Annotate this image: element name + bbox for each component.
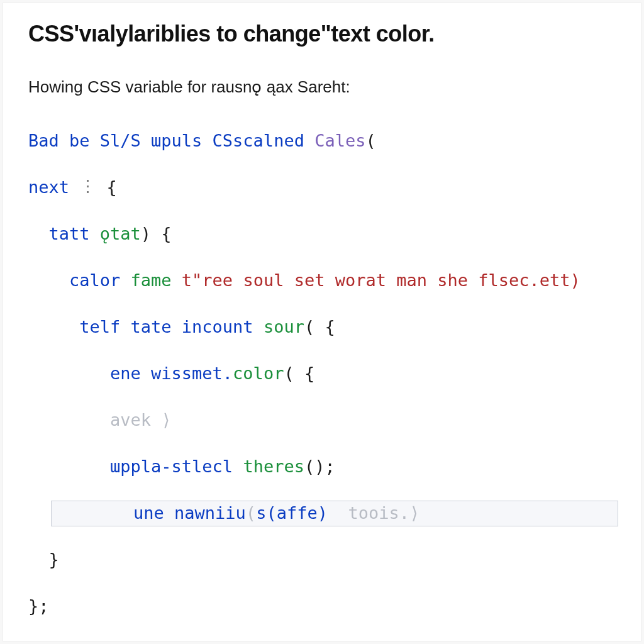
code-token: ɯppla-stlecl bbox=[28, 457, 243, 476]
code-line: ɯppla-stlecl theres(); bbox=[28, 455, 616, 479]
code-token bbox=[52, 503, 133, 523]
page-subtitle: Howing CSS variable for rausnǫ ąax Sareh… bbox=[28, 77, 616, 97]
code-block: Bad be Sl/S ɯpuls CSscalned Cales( next … bbox=[28, 130, 616, 644]
code-token: telf tate incount bbox=[28, 317, 264, 336]
code-token: avek ⟩ bbox=[28, 410, 172, 430]
code-token: sour bbox=[264, 317, 304, 336]
code-token: s(affe) bbox=[256, 503, 328, 523]
code-line: next ⋮ { bbox=[28, 176, 616, 199]
code-line: } bbox=[28, 548, 616, 572]
code-token: Bad be Sl/S ɯpuls CSscalned bbox=[28, 131, 314, 150]
code-line: avek ⟩ bbox=[28, 409, 616, 432]
code-token: t"ree soul set worat man she flsec.ett) bbox=[182, 270, 580, 290]
code-line: tatt ǫtat) { bbox=[28, 223, 616, 246]
code-token: ) { bbox=[141, 224, 172, 243]
document-page: CSS'vıalylariblies to change"text color.… bbox=[3, 3, 641, 641]
code-token: ( { bbox=[304, 317, 335, 336]
code-token: { bbox=[107, 177, 117, 197]
code-token: Cales bbox=[314, 131, 365, 150]
code-token: une nawniiu bbox=[133, 503, 246, 523]
code-token: ( bbox=[365, 131, 375, 150]
code-token: toois.⟩ bbox=[328, 503, 419, 523]
code-token: tatt bbox=[28, 224, 100, 243]
code-token: ǫtat bbox=[100, 224, 141, 243]
code-token: ( bbox=[246, 503, 256, 523]
code-token: }; bbox=[28, 596, 49, 616]
code-token: ( { bbox=[284, 364, 314, 383]
code-token: (); bbox=[304, 457, 335, 476]
code-line: Bad be Sl/S ɯpuls CSscalned Cales( bbox=[28, 130, 616, 153]
code-line: }; bbox=[28, 595, 616, 618]
code-token: theres bbox=[243, 457, 304, 476]
code-line: telf tate incount sour( { bbox=[28, 316, 616, 339]
code-line-highlighted: une nawniiu(s(affe) toois.⟩ bbox=[51, 501, 618, 526]
code-token: next bbox=[28, 177, 69, 197]
code-token: } bbox=[28, 550, 59, 569]
code-token: ⋮ bbox=[69, 175, 107, 198]
code-line bbox=[28, 641, 616, 644]
code-token: color bbox=[233, 364, 284, 383]
page-title: CSS'vıalylariblies to change"text color. bbox=[28, 21, 616, 47]
code-line: ene wissmet.color( { bbox=[28, 362, 616, 386]
code-token: ene wissmet. bbox=[28, 364, 233, 383]
code-token: calor bbox=[28, 270, 131, 290]
code-line: calor fame t"ree soul set worat man she … bbox=[28, 269, 616, 292]
code-token: fame bbox=[131, 270, 182, 290]
